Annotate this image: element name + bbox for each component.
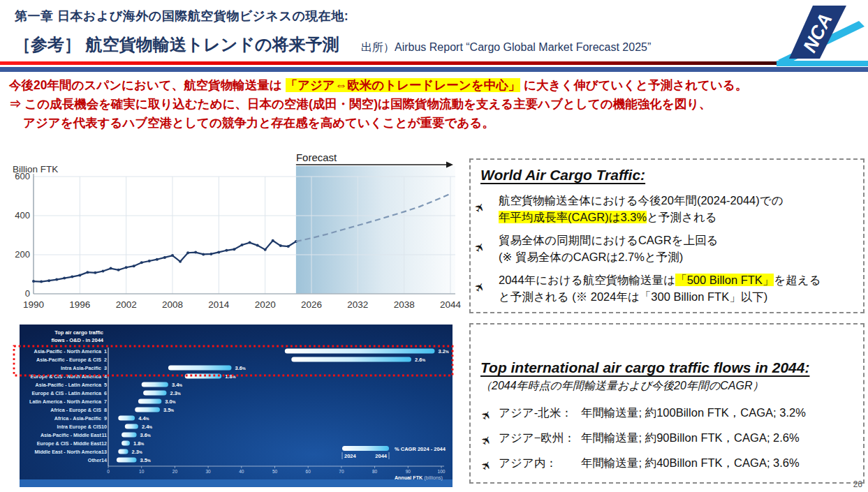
bar-row-label: Africa - Asia-Pacific [54, 415, 101, 422]
data-point [202, 253, 205, 255]
data-point [156, 258, 159, 261]
text-segment: を超える [774, 274, 821, 286]
data-point [133, 264, 135, 267]
bar-row-label: Intra Europe & CIS [57, 424, 102, 430]
flow-label: アジア内： [499, 454, 581, 472]
text-segment: と予測される [647, 211, 717, 223]
red-divider-line [0, 61, 803, 65]
x-tick-label: 2038 [394, 299, 415, 310]
bar-row-rank: 7 [104, 398, 107, 405]
world-air-cargo-box: World Air Cargo Traffic: ✈航空貨物輸送全体における今後… [469, 158, 865, 313]
flows-box-rows: ✈アジア-北米：年間輸送量; 約100Billon FTK，CAGA; 3.2%… [480, 403, 853, 472]
text-segment: 貿易全体の同期間におけるCAGRを上回る [499, 234, 718, 246]
highlighted-text: 「500 Billon FTK」 [675, 274, 774, 286]
bar-cagr-label: 3.6% [235, 365, 246, 371]
data-point [71, 276, 73, 278]
bar-row-label: Asia-Pacific - Middle East [41, 432, 102, 438]
source-citation: 出所）Airbus Report “Cargo Global Market Fo… [361, 40, 651, 55]
bullet-item: ✈航空貨物輸送全体における今後20年間(2024-2044)での年平均成長率(C… [480, 192, 853, 225]
historical-series [34, 241, 296, 282]
bar-cagr-label: 3.5% [163, 407, 174, 413]
bar-row-rank: 6 [104, 390, 107, 396]
line-chart-svg: Billion FTK02004006001990199620022008201… [10, 149, 461, 318]
flow-label: アジア−欧州： [499, 428, 581, 447]
legend-caption: % CAGR 2024 - 2044 [395, 446, 446, 452]
x-tick-label: 60 [306, 469, 311, 474]
bar-cagr-label: 2.3% [170, 390, 181, 396]
bar-cagr-label: 2.4% [142, 424, 152, 430]
bar-row-rank: 3 [104, 365, 107, 371]
bar-row-label: Intra Asia-Pacific [61, 365, 101, 371]
bar [142, 382, 168, 387]
bar-row-label: Latin America - North America [29, 398, 102, 405]
bar-x-axis-title: Annual FTK (billions) [395, 475, 443, 481]
bar-row-rank: 5 [104, 382, 107, 388]
bar-row-rank: 12 [101, 440, 107, 447]
summary-text: 今後20年間のスパンにおいて、航空貨物輸送量は 「アジア⇔欧米のトレードレーンを… [9, 76, 858, 133]
data-point [148, 260, 151, 262]
text-segment: 2044年における航空貨物輸送量は [499, 274, 675, 286]
data-point [102, 270, 105, 273]
x-tick-label: 2002 [116, 299, 137, 310]
forecast-label: Forecast [296, 151, 337, 163]
flow-value: 年間輸送量; 約90Billon FTK，CAGA; 2.6% [581, 428, 853, 447]
x-tick-label: 2032 [347, 299, 368, 310]
text-segment: (※ 貿易全体のCAGRは2.7%と予測) [499, 251, 683, 263]
data-point [279, 244, 282, 247]
data-point [209, 253, 212, 255]
flow-label: アジア-北米： [499, 403, 581, 422]
text-segment: に大きく伸びていくと予測されている。 [520, 78, 747, 92]
data-point [163, 256, 166, 259]
data-point [117, 269, 120, 271]
chapter-heading: 第一章 日本および海外の国際航空貨物ビジネスの現在地: [15, 8, 348, 24]
bar-cagr-label: 2.6% [415, 357, 425, 363]
x-tick-label: 2020 [255, 299, 276, 310]
data-point [47, 279, 50, 282]
data-point [264, 248, 267, 251]
bar-row-rank: 10 [101, 424, 107, 430]
flow-row: ✈アジア内：年間輸送量; 約40Billon FTK，CAGA; 3.6% [480, 454, 853, 472]
data-point [256, 244, 259, 247]
page-number: 26 [853, 479, 862, 489]
flows-box-subtitle: （2044年時点の年間輸送量および今後20年間のCAGR） [480, 379, 853, 394]
world-box-bullets: ✈航空貨物輸送全体における今後20年間(2024-2044)での年平均成長率(C… [480, 192, 853, 305]
data-point [78, 274, 81, 276]
bar-cagr-label: 3.4% [172, 382, 182, 388]
top-flows-box: Top international air cargo traffic flow… [469, 323, 865, 484]
flow-value: 年間輸送量; 約40Billon FTK，CAGA; 3.6% [581, 454, 853, 472]
bar-cagr-label: 2.3% [132, 449, 142, 455]
bar-row-rank: 11 [101, 432, 107, 438]
x-tick-label: 100 [438, 469, 446, 474]
data-point [140, 261, 143, 264]
bar-row-rank: 13 [101, 449, 107, 455]
bullet-item: ✈2044年における航空貨物輸送量は「500 Billon FTK」を超えると予… [480, 271, 853, 305]
world-box-title: World Air Cargo Traffic: [480, 167, 853, 184]
data-point [225, 249, 228, 252]
legend-start-label: 2024 [344, 453, 357, 459]
bar-row-label: Middle East - North America [34, 449, 102, 455]
data-point [186, 251, 189, 254]
bar-row-label: Europe & CIS - Middle East [37, 440, 102, 447]
data-point [272, 239, 274, 242]
flow-value: 年間輸送量; 約100Billon FTK，CAGA; 3.2% [581, 403, 853, 422]
bar [118, 449, 128, 454]
bar [117, 458, 137, 463]
x-tick-label: 1996 [69, 299, 90, 310]
bar [143, 391, 166, 396]
data-point [63, 277, 66, 280]
page-title: ［参考］ 航空貨物輸送トレンドの将来予測 [14, 33, 339, 56]
bar-cagr-label: 3.0% [165, 398, 175, 405]
bar-row-rank: 14 [101, 457, 107, 463]
data-point [171, 254, 174, 257]
bar-row-label: Asia-Pacific - Europe & CIS [36, 357, 101, 363]
text-segment: 航空貨物輸送全体における今後20年間(2024-2044)での [499, 194, 784, 207]
bar [168, 366, 232, 371]
bar-cagr-label: 4.4% [138, 415, 149, 422]
data-point [217, 251, 220, 253]
bar-row-label: Europe & CIS - Latin America [31, 390, 102, 396]
x-tick-label: 2008 [162, 299, 183, 310]
slide: 第一章 日本および海外の国際航空貨物ビジネスの現在地: ［参考］ 航空貨物輸送ト… [0, 0, 868, 492]
legend-end-label: 2044 [375, 453, 388, 459]
bar [138, 399, 161, 404]
x-tick-label: 1990 [23, 299, 44, 310]
